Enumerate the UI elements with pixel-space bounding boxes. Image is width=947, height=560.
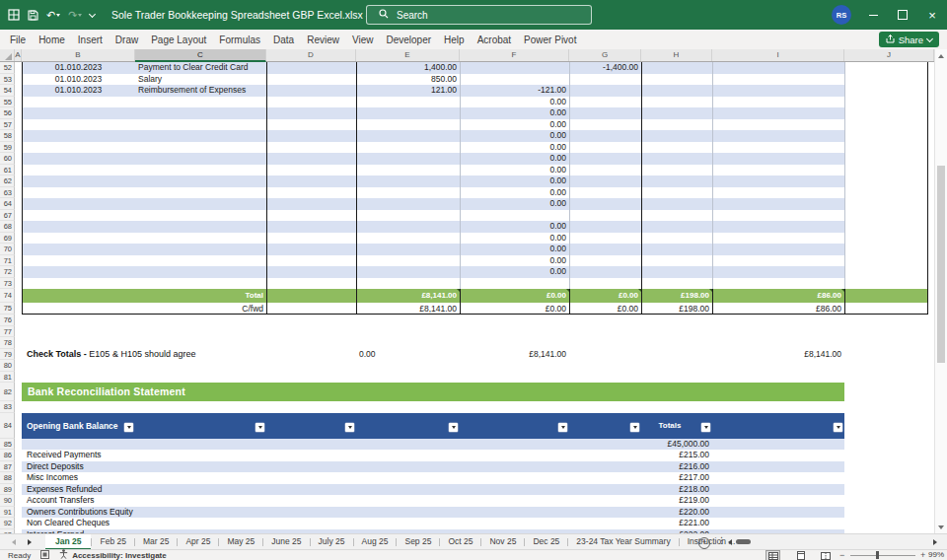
row-number[interactable]: 81 <box>0 372 15 384</box>
sheet-tab-apr-25[interactable]: Apr 25 <box>178 534 218 550</box>
row-number[interactable]: 90 <box>0 495 15 507</box>
cell-e[interactable]: 121.00 <box>356 85 460 97</box>
sheet-tab-feb-25[interactable]: Feb 25 <box>92 534 133 550</box>
column-header-a[interactable]: A <box>15 49 22 61</box>
cell-h[interactable]: £218.00 <box>641 484 712 496</box>
row-number[interactable]: 62 <box>0 175 15 187</box>
column-header-g[interactable]: G <box>569 49 641 61</box>
row-number[interactable]: 60 <box>0 153 15 165</box>
row-number[interactable]: 56 <box>0 107 15 119</box>
cell-f[interactable]: 0.00 <box>460 198 569 210</box>
column-header-c[interactable]: C <box>135 49 266 62</box>
row-number[interactable]: 69 <box>0 233 15 245</box>
cell-f[interactable]: 0.00 <box>460 130 569 142</box>
row-number[interactable]: 73 <box>0 278 15 290</box>
filter-button[interactable] <box>630 423 639 432</box>
row-number[interactable]: 76 <box>0 315 15 326</box>
hscroll-right-icon[interactable] <box>933 539 937 545</box>
close-button[interactable]: × <box>919 0 945 30</box>
ribbon-tab-formulas[interactable]: Formulas <box>219 35 260 45</box>
row-number[interactable]: 86 <box>0 450 15 461</box>
quick-access-chevron-icon[interactable] <box>90 8 95 22</box>
cell-e[interactable]: 850.00 <box>356 74 460 86</box>
cell-f[interactable]: 0.00 <box>460 142 569 154</box>
row-number[interactable]: 57 <box>0 119 15 131</box>
row-number[interactable]: 85 <box>0 439 15 451</box>
cell-f[interactable]: 0.00 <box>460 233 569 245</box>
row-number[interactable]: 55 <box>0 97 15 108</box>
undo-icon[interactable]: ↶ <box>46 8 60 22</box>
sheet-tab-sep-25[interactable]: Sep 25 <box>397 534 439 550</box>
cell-g[interactable]: -1,400.00 <box>569 62 641 74</box>
cell-h[interactable]: £198.00 <box>641 303 712 315</box>
row-number[interactable]: 89 <box>0 484 15 496</box>
row-number[interactable]: 71 <box>0 255 15 267</box>
cell-h[interactable]: £215.00 <box>641 450 712 461</box>
avatar[interactable]: RS <box>832 5 851 25</box>
cell-f[interactable]: £8,141.00 <box>460 349 569 361</box>
cell-f[interactable]: 0.00 <box>460 165 569 176</box>
row-number[interactable]: 64 <box>0 198 15 210</box>
cell-e[interactable]: £8,141.00 <box>356 289 460 303</box>
cell-i[interactable]: £86.00 <box>712 303 844 315</box>
tab-nav-right-icon[interactable] <box>28 539 32 545</box>
ribbon-tab-draw[interactable]: Draw <box>115 35 138 45</box>
cell-c[interactable]: Payment to Clear Credit Card <box>135 62 266 74</box>
minimize-button[interactable] <box>860 0 886 30</box>
cell-i[interactable]: £86.00 <box>712 289 844 303</box>
row-number[interactable]: 70 <box>0 244 15 255</box>
new-sheet-icon[interactable] <box>698 537 710 549</box>
column-header-d[interactable]: D <box>266 49 356 61</box>
horizontal-scrollbar-thumb[interactable] <box>736 539 751 544</box>
cell-g[interactable]: £0.00 <box>569 303 641 315</box>
ribbon-tab-acrobat[interactable]: Acrobat <box>477 35 511 45</box>
sheet-tab-june-25[interactable]: June 25 <box>263 534 309 550</box>
cell-g[interactable]: £0.00 <box>569 289 641 303</box>
row-number[interactable]: 88 <box>0 472 15 484</box>
row-number[interactable]: 52 <box>0 62 15 74</box>
zoom-in-icon[interactable]: + <box>920 550 925 560</box>
sheet-tab-may-25[interactable]: May 25 <box>219 534 262 550</box>
sheet-tab-instruction[interactable]: Instruction ... <box>680 534 744 550</box>
tab-menu-icon[interactable] <box>717 535 726 545</box>
row-number[interactable]: 87 <box>0 461 15 473</box>
cell-b[interactable]: 01.010.2023 <box>22 85 135 97</box>
ribbon-tab-home[interactable]: Home <box>38 35 65 45</box>
column-header-f[interactable]: F <box>460 49 569 61</box>
row-number[interactable]: 79 <box>0 349 15 361</box>
ribbon-tab-developer[interactable]: Developer <box>386 35 431 45</box>
column-header-b[interactable]: B <box>22 49 135 61</box>
row-number[interactable]: 92 <box>0 518 15 529</box>
cell-f[interactable]: 0.00 <box>460 97 569 108</box>
cell-h[interactable]: £198.00 <box>641 289 712 303</box>
zoom-slider-thumb[interactable] <box>876 551 879 559</box>
filter-button[interactable] <box>834 423 842 432</box>
cell-c[interactable]: Salary <box>135 74 266 86</box>
cell-h[interactable]: £220.00 <box>641 507 712 519</box>
cell-f[interactable]: 0.00 <box>460 221 569 233</box>
cell-f[interactable]: 0.00 <box>460 244 569 255</box>
row-number[interactable]: 59 <box>0 142 15 154</box>
cell-b[interactable]: 01.010.2023 <box>22 62 135 74</box>
share-button[interactable]: Share <box>879 32 939 47</box>
row-number[interactable]: 63 <box>0 187 15 199</box>
filter-button[interactable] <box>558 423 567 432</box>
sheet-tab-23-24-tax-year-summary[interactable]: 23-24 Tax Year Summary <box>568 534 678 550</box>
cell-h[interactable]: £216.00 <box>641 461 712 473</box>
cell-h[interactable]: £221.00 <box>641 518 712 529</box>
normal-view-icon[interactable] <box>766 551 779 560</box>
hscroll-left-icon[interactable] <box>728 539 732 545</box>
filter-button[interactable] <box>345 423 354 432</box>
excel-app-icon[interactable] <box>8 8 20 22</box>
scroll-down-icon[interactable] <box>938 525 944 529</box>
vertical-scrollbar[interactable] <box>934 49 947 533</box>
cell-f[interactable]: 0.00 <box>460 119 569 131</box>
row-number[interactable]: 84 <box>0 413 15 439</box>
row-number[interactable]: 77 <box>0 326 15 338</box>
ribbon-tab-view[interactable]: View <box>352 35 374 45</box>
cell-e[interactable]: 1,400.00 <box>356 62 460 74</box>
filter-button[interactable] <box>701 423 710 432</box>
zoom-slider-track[interactable] <box>850 555 915 556</box>
cell-i[interactable]: £8,141.00 <box>712 349 844 361</box>
cell-f[interactable]: 0.00 <box>460 266 569 278</box>
